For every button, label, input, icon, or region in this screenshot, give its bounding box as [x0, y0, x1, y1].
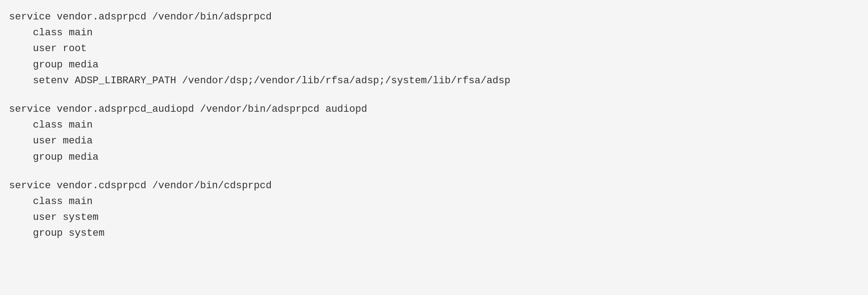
service-block-3: service vendor.cdsprpcd /vendor/bin/cdsp…: [9, 178, 859, 242]
service-property-2: user system: [9, 209, 859, 225]
service-block-1: service vendor.adsprpcd /vendor/bin/adsp…: [9, 9, 859, 89]
code-container: service vendor.adsprpcd /vendor/bin/adsp…: [0, 0, 868, 295]
service-property-1: class main: [9, 194, 859, 209]
service-block-2: service vendor.adsprpcd_audiopd /vendor/…: [9, 101, 859, 165]
service-declaration: service vendor.cdsprpcd /vendor/bin/cdsp…: [9, 178, 859, 194]
service-declaration: service vendor.adsprpcd_audiopd /vendor/…: [9, 101, 859, 117]
service-property-3: group media: [9, 57, 859, 73]
service-declaration: service vendor.adsprpcd /vendor/bin/adsp…: [9, 9, 859, 25]
service-property-1: class main: [9, 117, 859, 133]
service-property-1: class main: [9, 25, 859, 41]
service-property-4: setenv ADSP_LIBRARY_PATH /vendor/dsp;/ve…: [9, 73, 859, 89]
service-property-2: user root: [9, 41, 859, 57]
service-property-3: group system: [9, 225, 859, 241]
service-property-3: group media: [9, 149, 859, 165]
service-property-2: user media: [9, 133, 859, 149]
